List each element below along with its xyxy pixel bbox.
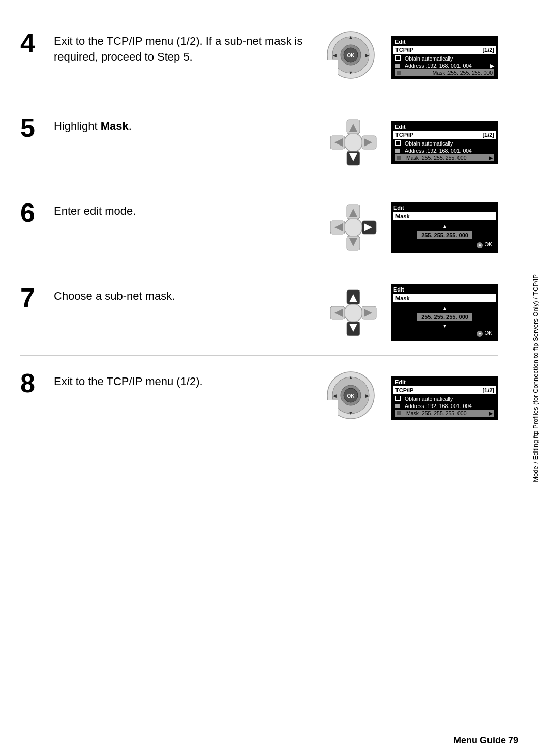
step-8-icon-address — [395, 404, 403, 408]
svg-text:◀: ◀ — [333, 393, 337, 398]
step-8-obtain-text: Obtain automatically — [405, 396, 453, 402]
page-footer: Menu Guide 79 — [453, 735, 518, 746]
step-5-number: 5 — [20, 114, 46, 141]
step-5-text: Highlight Mask. — [54, 114, 132, 134]
sidebar: Mode / Editing ftp Profiles (for Connect… — [523, 0, 549, 756]
step-7-mask-value-container: 255. 255. 255. 000 — [395, 313, 494, 321]
step-7-arrow-up: ▲ — [395, 305, 494, 311]
step-5-screen-menubar: TCP/IP [1/2] — [393, 131, 496, 139]
svg-rect-9 — [325, 60, 338, 80]
step-5-mask-arrow: ▶ — [489, 155, 493, 161]
step-4-icon-address — [395, 64, 403, 68]
step-8-text: Exit to the TCP/IP menu (1/2). — [54, 370, 203, 390]
footer-label: Menu Guide — [453, 735, 506, 745]
step-6-menu-bar: Mask — [393, 212, 496, 220]
step-8-screen: Edit TCP/IP [1/2] Obtain automatically — [391, 376, 498, 420]
step-7-left: 7 Choose a sub-net mask. — [20, 284, 310, 311]
step-4-dial: OK ▲ ▶ ▼ ◀ — [325, 30, 381, 85]
svg-rect-46 — [325, 400, 338, 421]
step-4-number: 4 — [20, 30, 46, 56]
step-6-screen-body: ▲ 255. 255. 255. 000 ● OK — [393, 220, 496, 251]
step-4-row: 4 Exit to the TCP/IP menu (1/2). If a su… — [20, 15, 498, 100]
step-8-address-text: Address :192. 168. 001. 004 — [405, 403, 472, 409]
step-7-number: 7 — [20, 284, 46, 311]
main-content: 4 Exit to the TCP/IP menu (1/2). If a su… — [0, 0, 518, 756]
step-7-edit-label: Edit — [393, 286, 496, 293]
step-6-left: 6 Enter edit mode. — [20, 199, 310, 226]
step-6-ok-btn: ● OK — [395, 241, 494, 248]
step-7-ok-text: OK — [485, 330, 492, 336]
svg-text:▼: ▼ — [349, 411, 353, 416]
step-5-screen-body: Obtain automatically Address :192. 168. … — [393, 139, 496, 162]
step-8-right: OK ▲ ▶ ▼ ◀ Edit TCP/IP [1/2] — [325, 370, 498, 426]
step-4-icon-mask — [397, 71, 404, 75]
footer-page: 79 — [508, 735, 518, 745]
step-8-checkbox — [395, 396, 401, 401]
step-5-obtain-text: Obtain automatically — [405, 140, 453, 147]
step-4-page-label: [1/2] — [482, 47, 494, 53]
step-4-row-address: Address :192. 168. 001. 004 ▶ — [395, 62, 494, 69]
step-4-mask-text: Mask :255. 255. 255. 000 — [433, 70, 493, 76]
step-6-number: 6 — [20, 199, 46, 226]
step-5-tcp-label: TCP/IP — [395, 132, 413, 138]
step-8-screen-body: Obtain automatically Address :192. 168. … — [393, 394, 496, 418]
step-7-text: Choose a sub-net mask. — [54, 284, 175, 304]
step-8-dial: OK ▲ ▶ ▼ ◀ — [325, 370, 381, 426]
step-8-number: 8 — [20, 370, 46, 396]
step-5-mask-text: Mask :255. 255. 255. 000 — [406, 155, 467, 161]
svg-text:▲: ▲ — [349, 375, 353, 380]
step-6-row: 6 Enter edit mode. — [20, 185, 498, 270]
step-4-row-auto: Obtain automatically — [395, 55, 494, 62]
step-5-screen: Edit TCP/IP [1/2] Obtain automatically — [391, 121, 498, 164]
page-container: 4 Exit to the TCP/IP menu (1/2). If a su… — [0, 0, 549, 756]
step-8-mask-text: Mask :255. 255. 255. 000 — [406, 410, 467, 416]
step-8-screen-menubar: TCP/IP [1/2] — [393, 386, 496, 394]
step-7-ok-btn: ● OK — [395, 330, 494, 337]
step-4-obtain-text: Obtain automatically — [405, 55, 453, 62]
step-8-row: 8 Exit to the TCP/IP menu (1/2). OK ▲ ▶ … — [20, 356, 498, 440]
step-5-right: Edit TCP/IP [1/2] Obtain automatically — [325, 114, 498, 170]
step-5-row: 5 Highlight Mask. — [20, 100, 498, 185]
step-8-row-address: Address :192. 168. 001. 004 — [395, 402, 494, 410]
step-5-screen-header: Edit — [393, 123, 496, 131]
step-4-text: Exit to the TCP/IP menu (1/2). If a sub-… — [54, 30, 310, 65]
step-4-row-mask: Mask :255. 255. 255. 000 — [395, 69, 494, 76]
svg-point-28 — [344, 304, 362, 322]
svg-text:▶: ▶ — [365, 53, 369, 58]
step-5-page-label: [1/2] — [482, 132, 494, 138]
step-4-checkbox — [395, 55, 401, 61]
step-4-tcp-label: TCP/IP — [395, 47, 413, 53]
step-6-mask-value-container: 255. 255. 255. 000 — [395, 231, 494, 239]
step-7-menu-bar: Mask — [393, 294, 496, 302]
step-5-icon-mask — [397, 156, 404, 160]
step-5-address-text: Address :192. 168. 001. 004 — [405, 148, 472, 154]
svg-text:▲: ▲ — [349, 35, 353, 40]
step-6-ok-circle: ● — [477, 242, 483, 248]
step-8-screen-header: Edit — [393, 378, 496, 386]
step-8-tcp-label: TCP/IP — [395, 387, 413, 393]
step-6-edit-label: Edit — [393, 205, 496, 211]
step-6-ok-text: OK — [485, 242, 492, 247]
step-5-checkbox — [395, 140, 401, 146]
svg-text:▼: ▼ — [349, 70, 353, 75]
step-8-page-label: [1/2] — [482, 387, 494, 393]
step-4-screen-header: Edit — [393, 38, 496, 46]
step-5-dpad — [325, 114, 381, 170]
step-4-left: 4 Exit to the TCP/IP menu (1/2). If a su… — [20, 30, 310, 65]
step-6-arrow-up: ▲ — [395, 223, 494, 229]
step-6-dpad — [325, 199, 381, 255]
step-5-icon-auto — [395, 140, 403, 147]
svg-point-19 — [344, 218, 362, 237]
step-4-screen-menubar: TCP/IP [1/2] — [393, 46, 496, 54]
step-5-left: 5 Highlight Mask. — [20, 114, 310, 141]
step-7-mask-value: 255. 255. 255. 000 — [417, 313, 472, 321]
svg-point-10 — [344, 133, 362, 152]
step-8-mask-arrow: ▶ — [489, 410, 493, 416]
sidebar-text: Mode / Editing ftp Profiles (for Connect… — [531, 274, 540, 482]
step-5-row-address: Address :192. 168. 001. 004 — [395, 147, 494, 154]
step-7-row: 7 Choose a sub-net mask. — [20, 270, 498, 356]
svg-text:OK: OK — [347, 393, 355, 399]
step-8-row-auto: Obtain automatically — [395, 395, 494, 402]
step-5-row-mask: Mask :255. 255. 255. 000 ▶ — [395, 154, 494, 161]
step-7-ok-circle: ● — [477, 331, 483, 337]
